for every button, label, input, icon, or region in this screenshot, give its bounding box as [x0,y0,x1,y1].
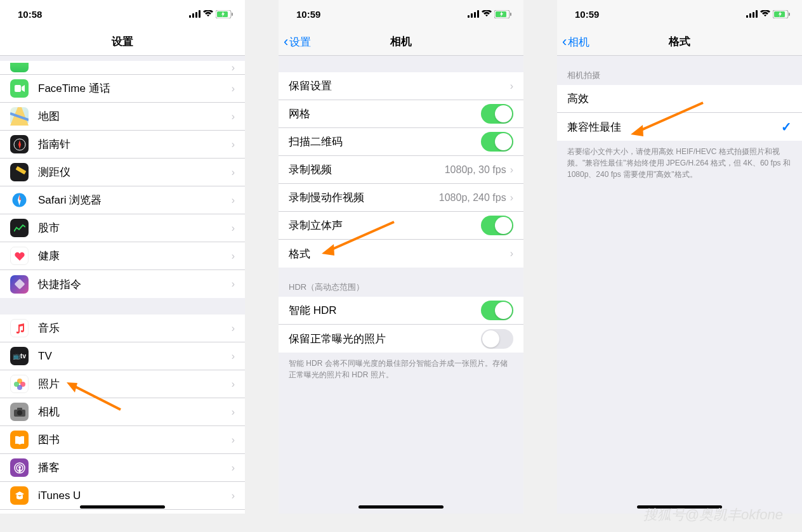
list-item-camera[interactable]: 相机 › [0,398,245,426]
list-item-compass[interactable]: 指南针 › [0,131,245,159]
back-button[interactable]: ‹ 设置 [284,28,311,56]
chevron-right-icon: › [510,164,513,176]
row-record-slomo[interactable]: 录制慢动作视频 1080p, 240 fps › [279,184,523,212]
svg-rect-31 [477,10,479,18]
maps-icon [10,107,29,126]
row-label: 录制视频 [289,162,445,177]
books-icon [10,431,29,449]
row-keep-normal: 保留正常曝光的照片 [279,325,523,353]
chevron-right-icon: › [232,278,235,290]
home-indicator [358,505,444,509]
row-record-video[interactable]: 录制视频 1080p, 30 fps › [279,156,523,184]
itunesu-icon [10,486,29,505]
list-item-health[interactable]: 健康 › [0,242,245,270]
svg-rect-7 [15,85,21,92]
list-label: iTunes U [38,490,232,502]
chevron-right-icon: › [232,351,235,362]
list-item-books[interactable]: 图书 › [0,426,245,454]
phone-formats: 10:59 ‹ 相机 格式 相机拍摄 高效 兼容性最佳 ✓ [557,0,802,514]
chevron-right-icon: › [232,62,235,74]
chevron-right-icon: › [232,434,235,446]
row-grid: 网格 [279,100,523,128]
row-label: 网格 [289,107,481,121]
svg-rect-3 [199,10,201,18]
list-label: 快捷指令 [38,277,232,292]
list-item-shortcuts[interactable]: 快捷指令 › [0,270,245,298]
list-item-facetime[interactable]: FaceTime 通话 › [0,75,245,103]
compass-icon [10,135,29,153]
back-label: 相机 [568,35,589,49]
svg-rect-43 [789,13,790,16]
list-item-partial[interactable]: › [0,61,245,75]
chevron-right-icon: › [510,248,513,259]
svg-rect-28 [468,15,470,18]
nav-title: 格式 [669,34,690,49]
row-label: 保留正常曝光的照片 [289,332,481,346]
watermark: 搜狐号@奥凯丰okfone [643,505,783,524]
list-item-safari[interactable]: Safari 浏览器 › [0,186,245,214]
nav-title: 设置 [112,34,133,49]
svg-rect-0 [189,15,191,18]
chevron-right-icon: › [510,192,513,204]
battery-icon [216,10,233,18]
svg-rect-40 [756,10,758,18]
row-label: 智能 HDR [289,303,481,318]
safari-icon [10,191,29,209]
chevron-right-icon: › [510,81,513,92]
row-label: 兼容性最佳 [567,120,781,134]
row-formats[interactable]: 格式 › [279,240,523,268]
svg-rect-9 [15,166,25,174]
app-icon [10,63,29,72]
tv-icon: 📺tv [10,347,29,365]
back-button[interactable]: ‹ 相机 [562,28,589,56]
chevron-right-icon: › [232,139,235,150]
list-item-gamecenter[interactable]: Game Center › [0,510,245,514]
svg-rect-2 [195,12,197,18]
row-detail: 1080p, 30 fps [445,164,506,176]
podcasts-icon [10,458,29,477]
svg-point-18 [17,410,22,415]
list-item-tv[interactable]: 📺tv TV › [0,342,245,370]
svg-rect-38 [749,13,751,18]
list-item-measure[interactable]: 测距仪 › [0,159,245,186]
list-label: 图书 [38,432,232,447]
checkmark-icon: ✓ [781,119,792,134]
svg-rect-1 [192,13,194,18]
status-bar: 10:59 [279,0,523,28]
list-item-podcasts[interactable]: 播客 › [0,454,245,482]
row-scan-qr: 扫描二维码 [279,128,523,156]
formats-footer: 若要缩小文件大小，请使用高效 HEIF/HEVC 格式拍摄照片和视频。"兼容性最… [557,141,802,190]
row-label: 录制慢动作视频 [289,190,439,205]
row-smart-hdr: 智能 HDR [279,297,523,325]
toggle-stereo[interactable] [481,216,513,235]
list-label: Safari 浏览器 [38,193,232,207]
stocks-icon [10,219,29,237]
row-high-efficiency[interactable]: 高效 [557,85,802,113]
wifi-icon [203,10,213,18]
toggle-grid[interactable] [481,104,513,124]
svg-point-15 [14,382,19,387]
list-item-photos[interactable]: 照片 › [0,370,245,398]
chevron-left-icon: ‹ [284,34,288,50]
back-label: 设置 [289,35,311,49]
list-item-music[interactable]: 音乐 › [0,315,245,342]
svg-rect-39 [753,12,754,18]
camera-icon [10,403,29,421]
svg-point-21 [18,466,21,469]
row-label: 保留设置 [289,79,510,93]
phone-settings: 10:58 设置 › [0,0,245,514]
row-preserve-settings[interactable]: 保留设置 › [279,72,523,100]
chevron-right-icon: › [232,323,235,334]
row-label: 扫描二维码 [289,134,481,149]
row-most-compatible[interactable]: 兼容性最佳 ✓ [557,113,802,141]
nav-title: 相机 [390,34,412,49]
toggle-keep-normal[interactable] [481,329,513,349]
music-icon [10,319,29,337]
list-item-stocks[interactable]: 股市 › [0,214,245,242]
toggle-smart-hdr[interactable] [481,301,513,320]
toggle-scanqr[interactable] [481,132,513,152]
svg-rect-30 [474,12,476,18]
list-item-maps[interactable]: 地图 › [0,103,245,131]
row-label: 格式 [289,247,510,261]
status-time: 10:59 [296,9,320,20]
